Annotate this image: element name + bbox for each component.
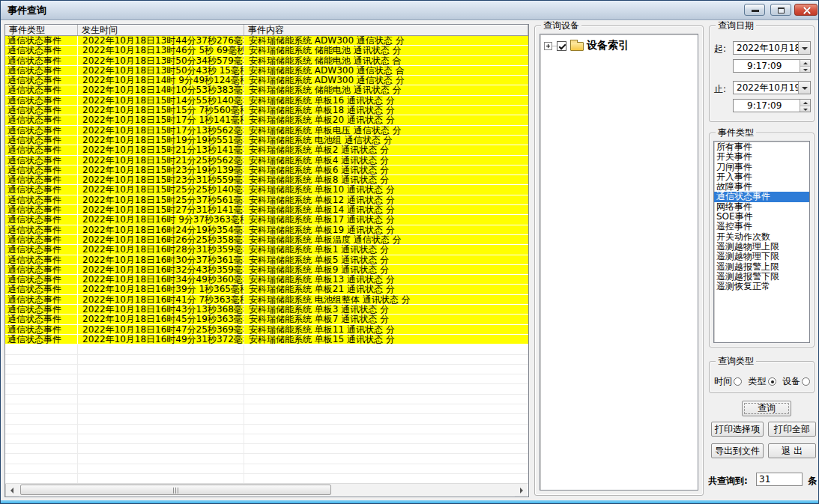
table-empty-rows (5, 344, 528, 484)
exit-button[interactable]: 退 出 (768, 443, 816, 458)
chevron-down-icon (802, 47, 808, 50)
event-type-option[interactable]: 开关动作次数 (714, 232, 809, 242)
maximize-button[interactable] (770, 4, 791, 16)
from-time-spinner[interactable]: 9:17:09 (733, 59, 811, 73)
table-row[interactable]: 通信状态事件2022年10月18日15时21分13秒141毫秒安科瑞储能系统 单… (5, 145, 528, 155)
cell-time: 2022年10月18日16时45分19秒363毫秒 (78, 315, 244, 324)
table-row[interactable]: 通信状态事件2022年10月18日15时27分31秒141毫秒安科瑞储能系统 单… (5, 205, 528, 215)
table-row[interactable]: 通信状态事件2022年10月18日15时21分25秒562毫秒安科瑞储能系统 单… (5, 156, 528, 166)
table-row[interactable]: 通信状态事件2022年10月18日15时23分19秒139毫秒安科瑞储能系统 单… (5, 166, 528, 175)
query-type-option[interactable]: 类型 (749, 375, 776, 388)
event-type-option[interactable]: 遥测越报警上限 (714, 262, 809, 272)
from-date-dropdown-button[interactable] (798, 42, 810, 54)
table-empty-row (5, 384, 528, 394)
event-type-option[interactable]: 遥测越报警下限 (714, 272, 809, 282)
folder-icon (570, 42, 584, 51)
cell-content: 安科瑞储能系统 储能电池 通讯状态 合 (244, 56, 528, 65)
cell-content: 安科瑞储能系统 电池组整体 通讯状态 分 (244, 295, 528, 304)
table-row[interactable]: 通信状态事件2022年10月18日15时25分37秒561毫秒安科瑞储能系统 单… (5, 195, 528, 205)
table-row[interactable]: 通信状态事件2022年10月18日15时15分 7秒560毫秒安科瑞储能系统 单… (5, 106, 528, 115)
table-row[interactable]: 通信状态事件2022年10月18日15时25分25秒140毫秒安科瑞储能系统 单… (5, 185, 528, 195)
table-row[interactable]: 通信状态事件2022年10月18日16时34分49秒360毫秒安科瑞储能系统 单… (5, 275, 528, 285)
event-table: 事件类型 发生时间 事件内容 通信状态事件2022年10月18日13时44分37… (4, 24, 529, 497)
scroll-right-button[interactable] (515, 484, 528, 497)
print-selected-button[interactable]: 打印选择项 (711, 422, 764, 437)
minimize-button[interactable] (744, 4, 765, 16)
cell-content: 安科瑞储能系统 单板18 通讯状态 分 (244, 106, 528, 115)
event-type-option[interactable]: 遥测恢复正常 (714, 282, 809, 291)
table-row[interactable]: 通信状态事件2022年10月18日16时28分31秒359毫秒安科瑞储能系统 单… (5, 245, 528, 255)
event-type-option[interactable]: 故障事件 (714, 182, 809, 192)
close-button[interactable] (794, 4, 818, 16)
event-type-option[interactable]: SOE事件 (714, 212, 809, 222)
table-row[interactable]: 通信状态事件2022年10月18日16时43分13秒368毫秒安科瑞储能系统 单… (5, 305, 528, 315)
radio-button-icon[interactable] (768, 377, 776, 386)
radio-button-icon[interactable] (734, 377, 742, 386)
table-empty-row (5, 414, 528, 424)
table-row[interactable]: 通信状态事件2022年10月18日16时32分43秒359毫秒安科瑞储能系统 单… (5, 265, 528, 275)
table-row[interactable]: 通信状态事件2022年10月18日16时39分 1秒365毫秒安科瑞储能系统 单… (5, 285, 528, 294)
spin-down-icon[interactable] (800, 106, 810, 112)
to-date-combobox[interactable]: 2022年10月19日 (733, 81, 811, 94)
query-type-option[interactable]: 设备 (782, 375, 810, 388)
query-type-option[interactable]: 时间 (714, 375, 742, 388)
table-row[interactable]: 通信状态事件2022年10月18日16时41分 7秒363毫秒安科瑞储能系统 电… (5, 295, 528, 305)
table-row[interactable]: 通信状态事件2022年10月18日14时10分53秒383毫秒安科瑞储能系统 储… (5, 85, 528, 95)
table-row[interactable]: 通信状态事件2022年10月18日16时47分25秒369毫秒安科瑞储能系统 单… (5, 325, 528, 335)
radio-button-icon[interactable] (802, 377, 810, 386)
scroll-left-button[interactable] (6, 484, 19, 497)
cell-time: 2022年10月18日13时46分 5秒 69毫秒 (78, 46, 244, 55)
device-root-checkbox[interactable] (557, 41, 566, 51)
event-type-option[interactable]: 开关事件 (714, 152, 809, 162)
to-time-spin-buttons (800, 100, 810, 112)
from-date-combobox[interactable]: 2022年10月18日 (733, 41, 811, 55)
spin-up-icon[interactable] (800, 100, 810, 106)
table-row[interactable]: 通信状态事件2022年10月18日13时46分 5秒 69毫秒安科瑞储能系统 储… (5, 46, 528, 55)
event-type-option[interactable]: 刀闸事件 (714, 163, 809, 172)
table-row[interactable]: 通信状态事件2022年10月18日15时23分31秒559毫秒安科瑞储能系统 单… (5, 175, 528, 185)
table-row[interactable]: 通信状态事件2022年10月18日16时30分37秒361毫秒安科瑞储能系统 单… (5, 255, 528, 265)
arrow-left-icon (10, 488, 13, 494)
event-type-option[interactable]: 开入事件 (714, 172, 809, 182)
to-date-dropdown-button[interactable] (798, 82, 810, 94)
event-type-option[interactable]: 网络事件 (714, 202, 809, 212)
export-to-file-button[interactable]: 导出到文件 (711, 443, 764, 458)
tree-expand-icon[interactable] (544, 42, 552, 50)
event-type-option[interactable]: 遥测越物理上限 (714, 242, 809, 252)
device-tree-root-item[interactable]: 设备索引 (544, 39, 698, 52)
spin-up-icon[interactable] (800, 60, 810, 67)
table-row[interactable]: 通信状态事件2022年10月18日15时19分19秒551毫秒安科瑞储能系统 电… (5, 136, 528, 145)
table-row[interactable]: 通信状态事件2022年10月18日16时24分19秒354毫秒安科瑞储能系统 单… (5, 225, 528, 235)
horizontal-scrollbar[interactable] (6, 483, 528, 496)
table-row[interactable]: 通信状态事件2022年10月18日16时49分31秒372毫秒安科瑞储能系统 单… (5, 335, 528, 344)
print-all-button[interactable]: 打印全部 (768, 422, 816, 437)
scrollbar-thumb[interactable] (20, 485, 331, 495)
table-row[interactable]: 通信状态事件2022年10月18日15时17分13秒562毫秒安科瑞储能系统 单… (5, 126, 528, 136)
table-row[interactable]: 通信状态事件2022年10月18日15时17分 1秒141毫秒安科瑞储能系统 单… (5, 115, 528, 125)
table-row[interactable]: 通信状态事件2022年10月18日15时14分55秒140毫秒安科瑞储能系统 单… (5, 96, 528, 106)
column-header-time[interactable]: 发生时间 (78, 25, 244, 35)
table-row[interactable]: 通信状态事件2022年10月18日13时50分43秒 15毫秒安科瑞储能系统 A… (5, 66, 528, 76)
cell-event-type: 通信状态事件 (5, 185, 78, 194)
event-type-option[interactable]: 遥控事件 (714, 222, 809, 231)
result-count-field[interactable] (756, 473, 803, 486)
cell-event-type: 通信状态事件 (5, 235, 78, 244)
table-empty-row (5, 374, 528, 384)
table-row[interactable]: 通信状态事件2022年10月18日16时45分19秒363毫秒安科瑞储能系统 单… (5, 315, 528, 324)
column-header-content[interactable]: 事件内容 (244, 25, 528, 35)
event-type-option[interactable]: 所有事件 (714, 142, 809, 152)
table-empty-row (5, 454, 528, 464)
table-row[interactable]: 通信状态事件2022年10月18日16时 9分37秒363毫秒安科瑞储能系统 单… (5, 215, 528, 225)
table-row[interactable]: 通信状态事件2022年10月18日13时50分34秒579毫秒安科瑞储能系统 储… (5, 56, 528, 66)
cell-content: 安科瑞储能系统 单板7 通讯状态 分 (244, 315, 528, 324)
event-type-option[interactable]: 通信状态事件 (714, 192, 809, 201)
event-type-option[interactable]: 遥测越物理下限 (714, 252, 809, 261)
table-row[interactable]: 通信状态事件2022年10月18日14时 9分49秒124毫秒安科瑞储能系统 A… (5, 76, 528, 85)
cell-content: 安科瑞储能系统 单板电压 通信状态 分 (244, 126, 528, 135)
table-row[interactable]: 通信状态事件2022年10月18日16时26分25秒358毫秒安科瑞储能系统 单… (5, 235, 528, 245)
table-row[interactable]: 通信状态事件2022年10月18日13时44分37秒276毫秒安科瑞储能系统 A… (5, 36, 528, 46)
column-header-event-type[interactable]: 事件类型 (5, 25, 78, 35)
to-time-spinner[interactable]: 9:17:09 (733, 99, 811, 112)
query-button[interactable]: 查询 (742, 401, 791, 416)
spin-down-icon[interactable] (800, 67, 810, 73)
